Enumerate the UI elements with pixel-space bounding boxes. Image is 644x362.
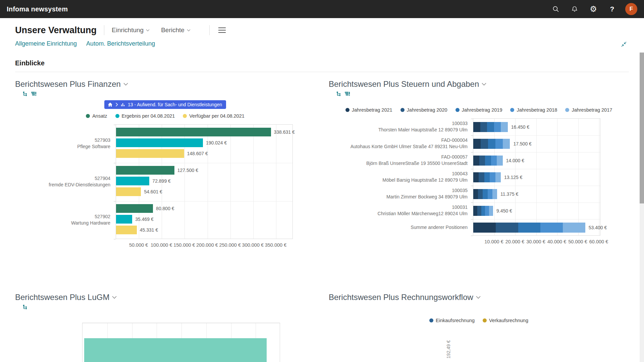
axis-tick bbox=[471, 202, 473, 203]
report-alert-icon[interactable] bbox=[31, 91, 37, 97]
app-title[interactable]: Infoma newsystem bbox=[7, 5, 68, 13]
plot-area: 16.450 €17.500 €14.000 €13.125 €11.375 €… bbox=[473, 118, 600, 236]
stacked-bar[interactable] bbox=[473, 156, 503, 166]
axis-tick bbox=[471, 219, 473, 220]
bar[interactable] bbox=[116, 166, 174, 175]
axis-tick bbox=[114, 125, 116, 125]
card-title-lugm[interactable]: Berichtswesen Plus LuGM bbox=[15, 293, 315, 302]
x-axis-tick-label: 300.000 € bbox=[242, 242, 264, 248]
bar-chart-icon bbox=[121, 103, 125, 107]
bar[interactable] bbox=[116, 128, 271, 136]
collapse-icon[interactable] bbox=[621, 41, 627, 49]
category-labels: 100033Thorsten Maler Hauptstraße 12 8907… bbox=[329, 118, 473, 246]
menu-einrichtung[interactable]: Einrichtung bbox=[112, 26, 150, 34]
legend-item[interactable]: Jahresbetrag 2018 bbox=[510, 107, 557, 113]
bar[interactable] bbox=[116, 226, 137, 234]
legend-item[interactable]: Ansatz bbox=[86, 113, 107, 119]
x-axis-tick-label: 50.000 € bbox=[129, 242, 148, 248]
x-axis-tick-label: 350.000 € bbox=[265, 242, 287, 248]
lugm-chart bbox=[82, 323, 280, 362]
stacked-bar[interactable] bbox=[473, 189, 497, 199]
more-menu-icon[interactable] bbox=[218, 27, 226, 33]
category-label: FAD-000057Björn Braß UnsereStraße 19 355… bbox=[329, 152, 473, 169]
bar[interactable] bbox=[116, 204, 153, 213]
bar-segment bbox=[485, 206, 489, 216]
bar[interactable] bbox=[116, 149, 184, 158]
bar-segment bbox=[473, 189, 478, 199]
breadcrumb-chip[interactable]: 13 - Aufwend. für Sach- und Dienstleistu… bbox=[104, 100, 226, 109]
bar-value-label: 9.450 € bbox=[496, 208, 512, 214]
stacked-bar[interactable] bbox=[473, 206, 493, 216]
stacked-bar[interactable] bbox=[473, 172, 501, 182]
legend-item[interactable]: Jahresbetrag 2017 bbox=[565, 107, 612, 113]
bar-segment bbox=[479, 156, 485, 166]
bar-value-label: 80.800 € bbox=[156, 206, 174, 211]
hierarchy-icon[interactable] bbox=[336, 91, 341, 97]
bar[interactable] bbox=[84, 338, 267, 362]
finanzen-chart: 527903Pflege Software527904fremde EDV-Di… bbox=[15, 124, 315, 249]
bar-segment bbox=[492, 189, 497, 199]
link-allgemeine-einrichtung[interactable]: Allgemeine Einrichtung bbox=[15, 40, 77, 47]
legend-dot bbox=[510, 108, 514, 112]
card-title-rechnungsworkflow[interactable]: Berichtswesen Plus Rechnungsworkflow bbox=[329, 293, 629, 302]
legend-item[interactable]: Verkaufsrechnung bbox=[483, 318, 528, 323]
legend-item[interactable]: Einkaufsrechnung bbox=[429, 318, 475, 323]
legend-label: Ansatz bbox=[92, 113, 107, 119]
legend-item[interactable]: Ergebnis per 04.08.2021 bbox=[115, 113, 175, 119]
bar-segment bbox=[480, 122, 487, 132]
bar-segment bbox=[494, 122, 501, 132]
vertical-scrollbar[interactable] bbox=[640, 52, 644, 362]
insights-grid: Berichtswesen Plus Finanzen 13 - Aufwend… bbox=[0, 79, 644, 362]
card-toolbar bbox=[22, 90, 315, 98]
hierarchy-icon[interactable] bbox=[22, 91, 28, 97]
bar-segment bbox=[483, 189, 487, 199]
bar-segment bbox=[489, 206, 493, 216]
bar-value-label: 16.450 € bbox=[511, 124, 530, 130]
stacked-bar[interactable] bbox=[473, 223, 585, 233]
help-icon[interactable]: ? bbox=[606, 3, 618, 15]
plot-area: 338.631 €190.024 €148.607 €127.500 €72.8… bbox=[116, 124, 293, 239]
bar-value-label: 13.125 € bbox=[504, 175, 523, 180]
scrollbar-thumb[interactable] bbox=[640, 53, 644, 203]
stacked-bar[interactable] bbox=[473, 139, 510, 149]
bar-value-label: 148.607 € bbox=[187, 151, 208, 156]
legend-item[interactable]: Jahresbetrag 2020 bbox=[400, 107, 447, 113]
bar-segment bbox=[481, 206, 485, 216]
card-title-steuern[interactable]: Berichtswesen Plus Steuern und Abgaben bbox=[329, 79, 629, 89]
action-links-row: Allgemeine Einrichtung Autom. Berichtsve… bbox=[0, 37, 644, 47]
search-icon[interactable] bbox=[550, 3, 561, 15]
stacked-bar[interactable] bbox=[473, 122, 508, 132]
bar-segment bbox=[487, 122, 494, 132]
legend-item[interactable]: Jahresbetrag 2019 bbox=[455, 107, 502, 113]
legend-label: Verkaufsrechnung bbox=[489, 318, 528, 323]
card-toolbar bbox=[22, 303, 315, 311]
settings-icon[interactable]: ⚙ bbox=[588, 3, 599, 15]
menu-berichte[interactable]: Berichte bbox=[161, 26, 191, 34]
home-icon bbox=[108, 102, 113, 107]
bar[interactable] bbox=[116, 187, 141, 196]
legend-item[interactable]: Verfügbar per 04.08.2021 bbox=[183, 113, 244, 119]
legend-label: Einkaufsrechnung bbox=[436, 318, 475, 323]
bar-segment bbox=[473, 172, 479, 182]
bar-segment bbox=[477, 206, 481, 216]
link-autom-berichtsverteilung[interactable]: Autom. Berichtsverteilung bbox=[86, 40, 155, 47]
hierarchy-icon[interactable] bbox=[22, 304, 28, 310]
bar-segment bbox=[490, 172, 495, 182]
axis-tick bbox=[114, 201, 116, 201]
bar[interactable] bbox=[116, 215, 132, 224]
bar[interactable] bbox=[116, 138, 203, 147]
card-toolbar bbox=[336, 90, 629, 98]
breadcrumb: 13 - Aufwend. für Sach- und Dienstleistu… bbox=[15, 100, 315, 109]
avatar[interactable]: F bbox=[625, 3, 637, 15]
chevron-down-icon bbox=[146, 29, 150, 32]
legend-label: Ergebnis per 04.08.2021 bbox=[122, 113, 175, 119]
card-title-finanzen[interactable]: Berichtswesen Plus Finanzen bbox=[15, 79, 315, 89]
bar-value-label: 17.500 € bbox=[513, 141, 532, 146]
chevron-right-icon bbox=[115, 103, 118, 107]
legend-item[interactable]: Jahresbetrag 2021 bbox=[345, 107, 392, 113]
notifications-icon[interactable] bbox=[569, 3, 580, 15]
report-alert-icon[interactable] bbox=[344, 91, 350, 97]
gridline bbox=[536, 119, 537, 235]
topbar-actions: ⚙ ? F bbox=[550, 3, 637, 15]
bar[interactable] bbox=[116, 177, 149, 185]
